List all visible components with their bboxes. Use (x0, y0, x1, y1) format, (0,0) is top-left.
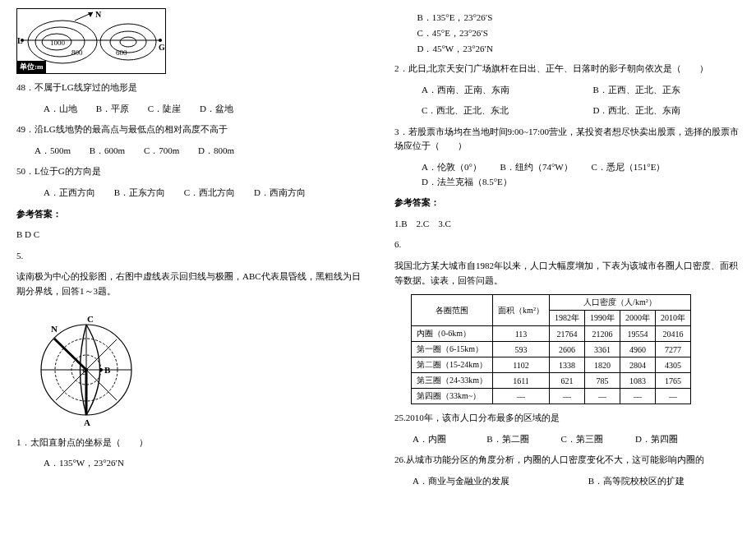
q49-opt-c: C．700m (144, 144, 179, 159)
q50-stem: 50．L位于G的方向是 (16, 164, 362, 179)
population-density-table: 各圈范围 面积（km²） 人口密度（人/km²） 1982年 1990年 200… (411, 294, 691, 404)
svg-text:1000: 1000 (50, 39, 66, 47)
answer-2: 1.B 2.C 3.C (394, 217, 740, 232)
q50-opt-d: D．西南方向 (254, 186, 306, 201)
table-row: 第三圈（24-33km） 1611 621 785 1083 1765 (412, 373, 691, 389)
left-column: N L G 1000 800 600 单位:m 48．不属 (16, 8, 378, 527)
svg-text:C: C (87, 314, 94, 324)
th-2010: 2010年 (655, 311, 690, 326)
svg-text:B: B (104, 365, 111, 375)
q48-stem: 48．不属于LG线穿过的地形是 (16, 81, 362, 95)
q25-opt-d: D．第四圈 (635, 432, 708, 447)
q5-1-stem: 1．太阳直射点的坐标是（ ） (16, 436, 362, 450)
figure-polar-projection: S N C B A (25, 306, 148, 429)
q48-options: A．山地 B．平原 C．陡崖 D．盆地 (16, 102, 362, 117)
q5-3-opt-a: A．伦敦（0°） (422, 160, 482, 175)
q26-options: A．商业与金融业的发展 B．高等院校校区的扩建 (394, 474, 740, 489)
fig1-n: N (95, 10, 102, 19)
svg-text:N: N (51, 324, 58, 334)
svg-text:A: A (84, 417, 90, 427)
q5-1-opt-b: B．135°E，23°26′S (417, 12, 740, 24)
q49-opt-d: D．800m (198, 144, 234, 159)
th-density: 人口密度（人/km²） (549, 295, 690, 311)
q5-3-opt-d: D．法兰克福（8.5°E） (422, 175, 512, 190)
svg-text:L: L (17, 36, 23, 45)
q5-1-opts-cont: B．135°E，23°26′S C．45°E，23°26′S D．45°W，23… (394, 12, 740, 55)
svg-text:800: 800 (71, 48, 83, 57)
q25-opt-c: C．第三圈 (561, 432, 634, 447)
svg-text:600: 600 (116, 48, 127, 57)
q26-opt-b: B．高等院校校区的扩建 (588, 474, 685, 489)
th-scope: 各圈范围 (412, 295, 493, 326)
q48-opt-a: A．山地 (44, 102, 77, 117)
q48-opt-c: C．陡崖 (148, 102, 181, 117)
right-column: B．135°E，23°26′S C．45°E，23°26′S D．45°W，23… (378, 8, 740, 527)
q48-opt-d: D．盆地 (200, 102, 233, 117)
q5-3-opt-c: C．悉尼（151°E） (591, 160, 665, 175)
q48-opt-b: B．平原 (96, 102, 129, 117)
q5-2-stem: 2．此日,北京天安门广场旗杆在日出、正午、日落时的影子朝向依次是（ ） (394, 62, 740, 76)
q5-2-opt-b: B．正西、正北、正东 (593, 83, 680, 98)
table-header-row: 各圈范围 面积（km²） 人口密度（人/km²） (412, 295, 691, 311)
q50-opt-b: B．正东方向 (114, 186, 165, 201)
th-area: 面积（km²） (493, 295, 550, 326)
q5-stem: 读南极为中心的投影图，右图中虚线表示回归线与极圈，ABC代表晨昏线，黑粗线为日期… (16, 270, 362, 298)
q5-1-opt-c: C．45°E，23°26′S (417, 27, 740, 39)
svg-point-26 (99, 368, 103, 371)
th-1990: 1990年 (584, 311, 620, 326)
q25-options: A．内圈 B．第二圈 C．第三圈 D．第四圈 (394, 432, 740, 447)
q49-opt-a: A．500m (35, 144, 71, 159)
q26-stem: 26.从城市功能分区的角度分析，内圈的人口密度变化不大，这可能影响内圈的 (394, 453, 740, 468)
q5-3-opts: A．伦敦（0°） B．纽约（74°W） C．悉尼（151°E） D．法兰克福（8… (394, 160, 740, 189)
answer-1: B D C (16, 228, 362, 242)
svg-line-24 (54, 339, 86, 370)
q5-3-opt-b: B．纽约（74°W） (500, 160, 573, 175)
q5-1-opt-a: A．135°W，23°26′N (16, 456, 362, 471)
th-1982: 1982年 (549, 311, 584, 326)
th-2000: 2000年 (620, 311, 655, 326)
svg-point-4 (159, 39, 162, 42)
q50-opt-c: C．西北方向 (184, 186, 235, 201)
q5-2-opt-d: D．西北、正北、东南 (593, 104, 681, 118)
q6-number: 6. (394, 238, 740, 252)
svg-marker-1 (88, 12, 93, 17)
answer-label-1: 参考答案： (16, 207, 362, 222)
svg-point-12 (100, 24, 156, 60)
q5-3-stem: 3．若股票市场均在当地时间9:00~17:00营业，某投资者想尽快卖出股票，选择… (394, 125, 740, 154)
table-row: 第一圈（6-15km） 593 2606 3361 4960 7277 (412, 342, 691, 357)
q25-opt-a: A．内圈 (413, 432, 485, 447)
q25-opt-b: B．第二圈 (486, 432, 559, 447)
svg-point-14 (120, 37, 136, 47)
table-row: 第二圈（15-24km） 1102 1338 1820 2804 4305 (412, 357, 691, 373)
q49-options: A．500m B．600m C．700m D．800m (16, 144, 362, 159)
worksheet-page: N L G 1000 800 600 单位:m 48．不属 (0, 0, 756, 535)
q26-opt-a: A．商业与金融业的发展 (413, 474, 569, 489)
fig1-unit-label: 单位:m (17, 61, 46, 73)
table-row: 第四圈（33km~） — — — — — (412, 389, 691, 404)
q5-2-opts-ab: A．西南、正南、东南 B．正西、正北、正东 (394, 83, 740, 98)
answer-label-2: 参考答案： (394, 196, 740, 210)
q6-stem: 我国北方某大城市自1982年以来，人口大幅度增加，下表为该城市各圈人口密度、面积… (394, 259, 740, 288)
q5-2-opt-c: C．西北、正北、东北 (422, 104, 574, 118)
svg-text:G: G (159, 43, 165, 52)
q50-options: A．正西方向 B．正东方向 C．西北方向 D．西南方向 (16, 186, 362, 201)
q5-2-opt-a: A．西南、正南、东南 (422, 83, 574, 98)
q49-stem: 49．沿LG线地势的最高点与最低点的相对高度不高于 (16, 122, 362, 137)
q50-opt-a: A．正西方向 (44, 186, 95, 201)
q5-2-opts-cd: C．西北、正北、东北 D．西北、正北、东南 (394, 104, 740, 118)
svg-text:S: S (82, 367, 87, 376)
q5-1-opt-d: D．45°W，23°26′N (417, 43, 740, 55)
q25-stem: 25.2010年，该市人口分布最多的区域的是 (394, 411, 740, 426)
q49-opt-b: B．600m (90, 144, 125, 159)
table-row: 内圈（0-6km） 113 21764 21206 19554 20416 (412, 326, 691, 342)
figure-contour-map: N L G 1000 800 600 单位:m (16, 8, 166, 74)
q5-number: 5. (16, 249, 362, 264)
